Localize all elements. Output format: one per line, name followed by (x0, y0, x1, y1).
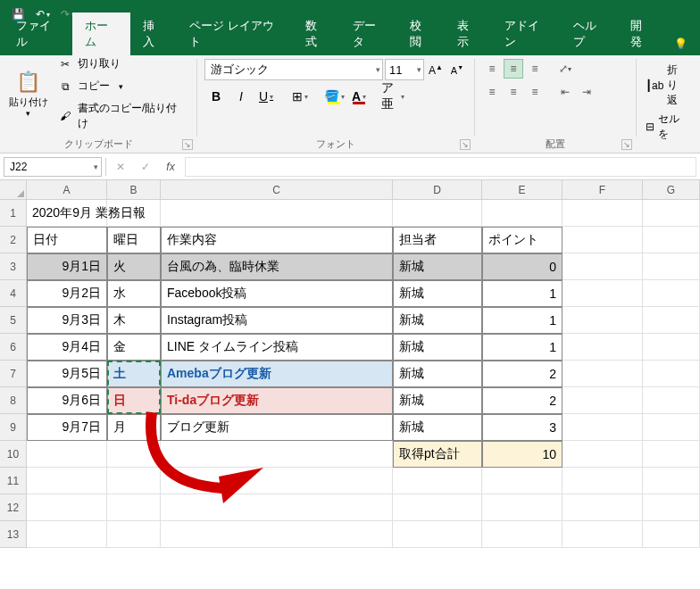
align-top-button[interactable]: ≡ (482, 59, 502, 79)
cell-a13[interactable] (27, 521, 107, 548)
cell-d3[interactable]: 新城 (393, 253, 482, 280)
cell-a7[interactable]: 9月5日 (27, 361, 107, 387)
cell-b13[interactable] (107, 521, 161, 548)
align-right-button[interactable]: ≡ (525, 82, 545, 102)
align-left-button[interactable]: ≡ (482, 82, 502, 102)
cell-d7[interactable]: 新城 (393, 361, 482, 387)
col-header-a[interactable]: A (27, 180, 107, 200)
cell-b6[interactable]: 金 (107, 334, 161, 361)
font-color-button[interactable]: A▾ (347, 86, 371, 107)
cell-d5[interactable]: 新城 (393, 307, 482, 334)
cell-c1[interactable] (161, 200, 393, 227)
cell-f13[interactable] (562, 521, 643, 548)
cell-g5[interactable] (643, 307, 700, 334)
cell-a12[interactable] (27, 494, 107, 521)
phonetic-button[interactable]: ア亜▾ (381, 86, 404, 107)
cell-c8[interactable]: Ti-daブログ更新 (161, 387, 393, 414)
col-header-f[interactable]: F (562, 180, 643, 200)
increase-indent-button[interactable]: ⇥ (577, 82, 596, 102)
font-size-select[interactable]: 11▾ (385, 59, 424, 80)
cell-a8[interactable]: 9月6日 (27, 387, 107, 414)
cell-c2[interactable]: 作業内容 (161, 227, 393, 253)
orientation-button[interactable]: ⤢▾ (555, 59, 575, 79)
row-header-4[interactable]: 4 (0, 280, 27, 307)
row-header-7[interactable]: 7 (0, 361, 27, 387)
cell-d6[interactable]: 新城 (393, 334, 482, 361)
cell-f8[interactable] (562, 387, 643, 414)
cell-e12[interactable] (482, 494, 562, 521)
font-expand[interactable]: ↘ (460, 139, 471, 150)
col-header-g[interactable]: G (643, 180, 700, 200)
cell-d13[interactable] (393, 521, 482, 548)
cell-g4[interactable] (643, 280, 700, 307)
tab-page-layout[interactable]: ページ レイアウト (177, 12, 293, 55)
cell-d1[interactable] (393, 200, 482, 227)
tab-insert[interactable]: 挿入 (130, 12, 178, 55)
cell-d9[interactable]: 新城 (393, 414, 482, 441)
cell-c7[interactable]: Amebaブログ更新 (161, 361, 393, 387)
cell-g7[interactable] (643, 361, 700, 387)
cell-e13[interactable] (482, 521, 562, 548)
row-header-1[interactable]: 1 (0, 200, 27, 227)
row-header-3[interactable]: 3 (0, 253, 27, 280)
cell-e10[interactable]: 10 (482, 441, 562, 468)
cell-g10[interactable] (643, 441, 700, 468)
cell-b8[interactable]: 日 (107, 387, 161, 414)
copy-button[interactable]: ⧉コピー▾ (54, 77, 189, 95)
cell-c5[interactable]: Instagram投稿 (161, 307, 393, 334)
cell-f4[interactable] (562, 280, 643, 307)
clipboard-expand[interactable]: ↘ (182, 139, 193, 150)
format-painter-button[interactable]: 🖌書式のコピー/貼り付け (54, 99, 189, 133)
cell-e11[interactable] (482, 468, 562, 494)
cell-d2[interactable]: 担当者 (393, 227, 482, 253)
name-box[interactable]: J22▾ (4, 157, 102, 177)
cell-d11[interactable] (393, 468, 482, 494)
cell-b9[interactable]: 月 (107, 414, 161, 441)
italic-button[interactable]: I (229, 86, 253, 107)
select-all-corner[interactable] (0, 180, 27, 200)
align-center-button[interactable]: ≡ (504, 82, 523, 102)
row-header-10[interactable]: 10 (0, 441, 27, 468)
cell-a9[interactable]: 9月7日 (27, 414, 107, 441)
col-header-d[interactable]: D (393, 180, 482, 200)
cell-g12[interactable] (643, 494, 700, 521)
row-header-6[interactable]: 6 (0, 334, 27, 361)
cell-b7[interactable]: 土 (107, 361, 161, 387)
underline-button[interactable]: U▾ (254, 86, 278, 107)
cell-a6[interactable]: 9月4日 (27, 334, 107, 361)
cell-a10[interactable] (27, 441, 107, 468)
cell-a3[interactable]: 9月1日 (27, 253, 107, 280)
tab-data[interactable]: データ (340, 12, 398, 55)
cell-g13[interactable] (643, 521, 700, 548)
cell-c11[interactable] (161, 468, 393, 494)
paste-button[interactable]: 📋 貼り付け ▾ (7, 59, 49, 129)
cell-e9[interactable]: 3 (482, 414, 562, 441)
cell-f6[interactable] (562, 334, 643, 361)
cell-e7[interactable]: 2 (482, 361, 562, 387)
cell-c3[interactable]: 台風の為、臨時休業 (161, 253, 393, 280)
cell-c6[interactable]: LINE タイムライン投稿 (161, 334, 393, 361)
cell-f5[interactable] (562, 307, 643, 334)
cell-c4[interactable]: Facebook投稿 (161, 280, 393, 307)
increase-font-button[interactable]: A▲ (426, 59, 446, 80)
cell-e6[interactable]: 1 (482, 334, 562, 361)
tab-formulas[interactable]: 数式 (293, 12, 340, 55)
cell-g1[interactable] (643, 200, 700, 227)
cell-d4[interactable]: 新城 (393, 280, 482, 307)
cell-b1[interactable] (107, 200, 161, 227)
cell-f9[interactable] (562, 414, 643, 441)
cell-a5[interactable]: 9月3日 (27, 307, 107, 334)
cell-f2[interactable] (562, 227, 643, 253)
tab-view[interactable]: 表示 (445, 12, 492, 55)
cut-button[interactable]: ✂切り取り (54, 54, 189, 73)
cell-a1[interactable]: 2020年9月 業務日報 (27, 200, 107, 227)
row-header-5[interactable]: 5 (0, 307, 27, 334)
cell-b4[interactable]: 水 (107, 280, 161, 307)
cell-e1[interactable] (482, 200, 562, 227)
cell-e8[interactable]: 2 (482, 387, 562, 414)
col-header-c[interactable]: C (161, 180, 393, 200)
cell-g3[interactable] (643, 253, 700, 280)
cell-f11[interactable] (562, 468, 643, 494)
row-header-12[interactable]: 12 (0, 494, 27, 521)
wrap-text-button[interactable]: ┃ab折り返 (644, 61, 683, 110)
